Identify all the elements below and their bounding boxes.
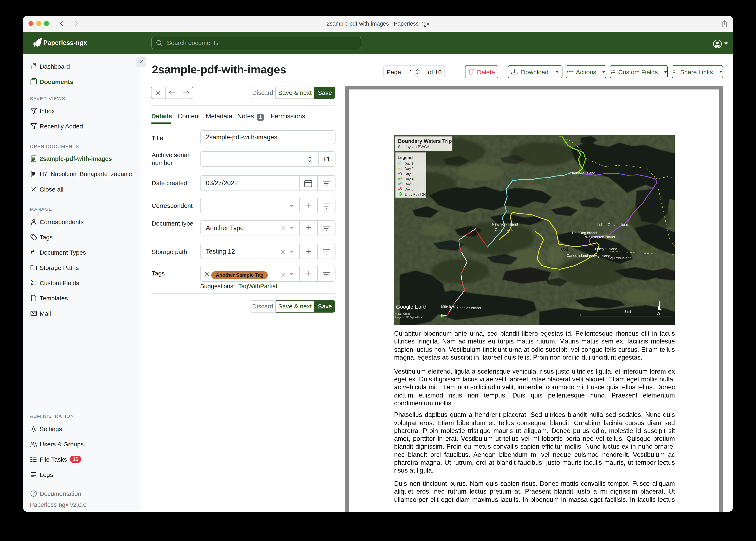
svg-text:Indian Grave Island: Indian Grave Island <box>597 223 628 227</box>
svg-text:Gary Island: Gary Island <box>495 228 513 232</box>
svg-text:Day 4: Day 4 <box>405 177 413 181</box>
svg-text:Image © 2017 DigitalGlobe: Image © 2017 DigitalGlobe <box>395 316 422 319</box>
svg-text:© 2017 Google: © 2017 Google <box>395 313 410 315</box>
svg-text:Text: Text <box>558 246 568 252</box>
svg-text:Boundary Waters Trip: Boundary Waters Trip <box>398 138 452 144</box>
svg-text:Squirrel Island: Squirrel Island <box>608 256 631 261</box>
svg-text:Norway Island: Norway Island <box>587 254 610 258</box>
svg-text:Entry Point 24: Entry Point 24 <box>404 193 426 197</box>
svg-text:Day 2: Day 2 <box>405 167 413 171</box>
svg-text:Washington Island: Washington Island <box>585 235 615 240</box>
svg-text:Day 5: Day 5 <box>405 183 413 186</box>
svg-text:Hausons Island: Hausons Island <box>570 171 595 176</box>
svg-text:Half Dog Island: Half Dog Island <box>572 231 597 235</box>
svg-text:Day 6: Day 6 <box>405 188 413 192</box>
svg-text:Day 3: Day 3 <box>405 172 413 176</box>
svg-text:Charlies Island: Charlies Island <box>457 306 481 310</box>
svg-text:3 mi: 3 mi <box>624 310 631 314</box>
svg-text:Canoe Island: Canoe Island <box>567 254 588 258</box>
svg-text:Legend: Legend <box>398 155 413 160</box>
svg-text:Google Earth: Google Earth <box>396 304 428 310</box>
svg-text:Six days in BWCA: Six days in BWCA <box>398 145 430 149</box>
svg-text:N: N <box>657 311 661 316</box>
svg-text:New York Island: New York Island <box>492 223 518 227</box>
svg-text:Lincoln Island: Lincoln Island <box>595 247 617 251</box>
svg-text:Day 1: Day 1 <box>404 162 413 166</box>
svg-text:Mile Island: Mile Island <box>441 304 458 308</box>
